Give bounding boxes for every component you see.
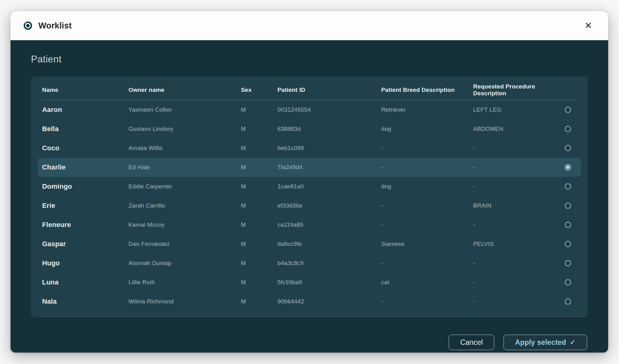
breed-description: - (381, 202, 473, 209)
radio-cell (559, 222, 577, 228)
row-radio-button[interactable] (565, 126, 571, 132)
cancel-button-label: Cancel (460, 338, 483, 347)
table-row[interactable]: Charlie Ed Hale M 7fa249d4 - - (38, 158, 581, 177)
table-row[interactable]: Nala Wilma Richmond M 90b64442 - - (38, 292, 581, 311)
procedure-description: PELVIS (473, 241, 559, 247)
radio-cell (559, 260, 577, 266)
patient-id: da8cc9fe (277, 241, 381, 247)
patient-name: Hugo (42, 259, 129, 267)
patient-id: ca119a85 (277, 221, 381, 228)
apply-button-label: Apply selected (515, 338, 566, 347)
procedure-description: - (473, 279, 559, 286)
patient-id: 7fa249d4 (277, 164, 381, 171)
dialog-titlebar: Worklist ✕ (11, 11, 608, 40)
radio-cell (559, 107, 577, 113)
close-icon[interactable]: ✕ (582, 19, 595, 32)
patient-name: Aaron (42, 106, 129, 114)
cancel-button[interactable]: Cancel (449, 335, 494, 350)
procedure-description: - (473, 145, 559, 152)
breed-description: Retriever (381, 106, 473, 113)
table-header-row: Name Owner name Sex Patient ID Patient B… (42, 80, 577, 100)
table-row[interactable]: Aaron Yasmeen Collier M 0031245554 Retri… (38, 100, 581, 119)
worklist-dialog: Worklist ✕ Patient Name Owner name Sex P… (11, 11, 608, 353)
patient-table: Name Owner name Sex Patient ID Patient B… (31, 77, 588, 317)
column-header-patient-id: Patient ID (277, 87, 381, 93)
row-radio-button[interactable] (565, 279, 571, 285)
apply-selected-button[interactable]: Apply selected ✓ (503, 335, 587, 350)
owner-name: Zarah Carrillo (129, 202, 241, 209)
row-radio-button[interactable] (565, 183, 571, 190)
patient-id: 0031245554 (277, 106, 381, 113)
owner-name: Dan Fernandez (129, 241, 241, 247)
patient-sex: M (241, 145, 277, 152)
breed-description: - (381, 298, 473, 305)
column-header-breed: Patient Breed Description (381, 87, 473, 93)
radio-cell (559, 164, 577, 170)
patient-name: Luna (42, 278, 129, 286)
procedure-description: BRAIN (473, 202, 559, 209)
procedure-description: LEFT LEG (473, 106, 559, 113)
patient-name: Domingo (42, 182, 129, 191)
table-row[interactable]: Erie Zarah Carrillo M ef33d36e - BRAIN (38, 196, 581, 215)
patient-name: Nala (42, 298, 129, 306)
row-radio-button[interactable] (565, 203, 571, 209)
procedure-description: ABDOMEN (473, 126, 559, 132)
patient-sex: M (241, 221, 277, 228)
breed-description: dog (381, 126, 473, 132)
patient-sex: M (241, 106, 277, 113)
patient-sex: M (241, 298, 277, 305)
patient-name: Gaspar (42, 240, 129, 248)
radio-cell (559, 145, 577, 151)
radio-cell (559, 298, 577, 305)
table-row[interactable]: Bella Gustavo Lindsey M 638883d dog ABDO… (38, 119, 581, 139)
patient-sex: M (241, 241, 277, 247)
breed-description: Siamese (381, 241, 473, 247)
patient-sex: M (241, 260, 277, 267)
owner-name: Kamal Mccoy (129, 221, 241, 228)
owner-name: Lillie Roth (129, 279, 241, 286)
radio-cell (559, 241, 577, 247)
row-radio-button[interactable] (565, 260, 571, 266)
owner-name: Ed Hale (129, 164, 241, 171)
patient-id: beb1c099 (277, 145, 381, 152)
procedure-description: - (473, 298, 559, 305)
patient-name: Charlie (42, 163, 129, 171)
radio-cell (559, 203, 577, 209)
owner-name: Yasmeen Collier (129, 106, 241, 113)
radio-cell (559, 126, 577, 132)
patient-sex: M (241, 164, 277, 171)
breed-description: - (381, 164, 473, 171)
patient-sex: M (241, 126, 277, 132)
row-radio-button[interactable] (565, 298, 571, 305)
row-radio-button[interactable] (565, 241, 571, 247)
patient-id: 5fc93ba9 (277, 279, 381, 286)
radio-cell (559, 279, 577, 285)
row-radio-button[interactable] (565, 145, 571, 151)
table-row[interactable]: Fleneure Kamal Mccoy M ca119a85 - - (38, 215, 581, 234)
table-row[interactable]: Hugo Alannah Dunlap M b4a3c8c9 - - (38, 254, 581, 273)
owner-name: Alannah Dunlap (129, 260, 241, 267)
procedure-description: - (473, 260, 559, 267)
check-icon: ✓ (570, 338, 576, 346)
row-radio-button[interactable] (565, 107, 571, 113)
dialog-title: Worklist (38, 21, 72, 31)
owner-name: Eddie Carpenter (129, 183, 241, 190)
patient-id: 638883d (277, 126, 381, 132)
table-row[interactable]: Domingo Eddie Carpenter M 1cae81a0 dog - (38, 177, 581, 196)
breed-description: dog (381, 183, 473, 190)
table-row[interactable]: Gaspar Dan Fernandez M da8cc9fe Siamese … (38, 234, 581, 254)
breed-description: - (381, 260, 473, 267)
procedure-description: - (473, 221, 559, 228)
table-row[interactable]: Coco Amalia Willis M beb1c099 - - (38, 139, 581, 158)
row-radio-button[interactable] (565, 164, 571, 170)
patient-sex: M (241, 202, 277, 209)
column-header-name: Name (42, 87, 129, 93)
row-radio-button[interactable] (565, 222, 571, 228)
procedure-description: - (473, 164, 559, 171)
patient-name: Fleneure (42, 221, 129, 229)
table-row[interactable]: Luna Lillie Roth M 5fc93ba9 cat - (38, 273, 581, 292)
column-header-procedure: Requested Procedure Description (473, 83, 559, 97)
column-header-owner: Owner name (129, 87, 241, 93)
breed-description: cat (381, 279, 473, 286)
patient-name: Bella (42, 125, 129, 133)
